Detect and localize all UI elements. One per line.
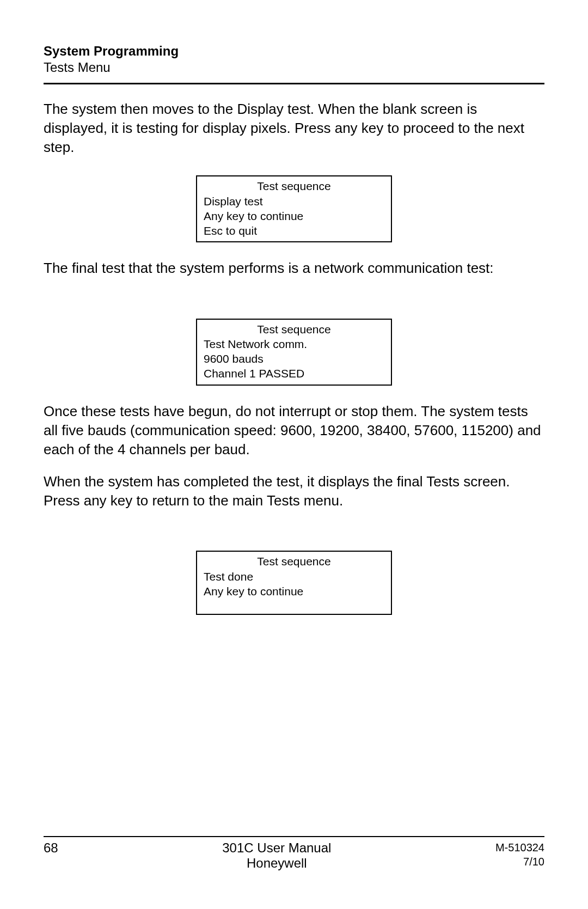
screen-box-network-test: Test sequence Test Network comm. 9600 ba…	[196, 319, 392, 386]
screen-box-display-test: Test sequence Display test Any key to co…	[196, 175, 392, 242]
spacer	[44, 523, 544, 545]
header-subtitle: Tests Menu	[44, 60, 544, 75]
screen-line: Test Network comm.	[204, 337, 384, 351]
header-title: System Programming	[44, 44, 544, 59]
footer-company: Honeywell	[58, 856, 495, 871]
footer-page-number: 68	[44, 840, 58, 856]
screen-line: Display test	[204, 194, 384, 209]
footer-date: 7/10	[495, 855, 544, 869]
footer-doc-number: M-510324	[495, 840, 544, 855]
screen-line: Test done	[204, 569, 384, 584]
spacer	[44, 291, 544, 313]
screen-title: Test sequence	[204, 179, 384, 193]
screen-box-test-done: Test sequence Test done Any key to conti…	[196, 551, 392, 615]
paragraph-2: The final test that the system performs …	[44, 259, 544, 278]
screen-line: Any key to continue	[204, 584, 384, 599]
footer-center: 301C User Manual Honeywell	[58, 840, 495, 871]
paragraph-1: The system then moves to the Display tes…	[44, 100, 544, 157]
page-header: System Programming Tests Menu	[44, 44, 544, 75]
paragraph-4: When the system has completed the test, …	[44, 472, 544, 510]
page-footer: 68 301C User Manual Honeywell M-510324 7…	[44, 836, 544, 871]
screen-title: Test sequence	[204, 322, 384, 337]
screen-line: Any key to continue	[204, 209, 384, 223]
paragraph-3: Once these tests have begun, do not inte…	[44, 402, 544, 459]
screen-line: Esc to quit	[204, 223, 384, 238]
footer-right: M-510324 7/10	[495, 840, 544, 869]
screen-line: Channel 1 PASSED	[204, 366, 384, 381]
footer-row: 68 301C User Manual Honeywell M-510324 7…	[44, 840, 544, 871]
footer-manual-title: 301C User Manual	[58, 840, 495, 856]
screen-title: Test sequence	[204, 554, 384, 569]
screen-line: 9600 bauds	[204, 351, 384, 366]
footer-rule	[44, 836, 544, 837]
header-rule	[44, 83, 544, 84]
